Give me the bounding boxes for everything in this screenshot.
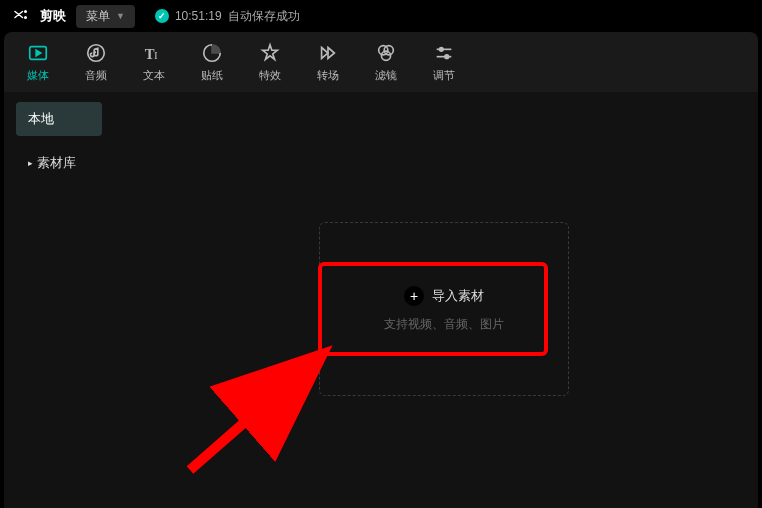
plus-icon: +	[404, 286, 424, 306]
svg-point-12	[445, 55, 449, 59]
sidebar: 本地 ▸ 素材库	[4, 92, 114, 508]
svg-point-1	[24, 16, 27, 19]
audio-icon	[84, 41, 108, 65]
check-icon: ✓	[155, 9, 169, 23]
svg-point-8	[381, 51, 390, 60]
sticker-icon	[200, 41, 224, 65]
sidebar-item-label: 本地	[28, 110, 54, 128]
chevron-down-icon: ▼	[116, 11, 125, 21]
toolbar: 媒体 音频 T I 文本 贴纸	[4, 32, 758, 92]
filter-icon	[374, 41, 398, 65]
tool-filter[interactable]: 滤镜	[366, 41, 406, 83]
import-row: + 导入素材	[404, 286, 484, 306]
sidebar-item-label: 素材库	[37, 154, 76, 172]
tool-label: 滤镜	[375, 68, 397, 83]
app-logo-icon	[12, 7, 30, 25]
import-label: 导入素材	[432, 287, 484, 305]
menu-dropdown[interactable]: 菜单 ▼	[76, 5, 135, 28]
adjust-icon	[432, 41, 456, 65]
import-hint: 支持视频、音频、图片	[384, 316, 504, 333]
tool-label: 媒体	[27, 68, 49, 83]
tool-label: 特效	[259, 68, 281, 83]
caret-right-icon: ▸	[28, 158, 33, 168]
tool-sticker[interactable]: 贴纸	[192, 41, 232, 83]
menu-label: 菜单	[86, 8, 110, 25]
titlebar: 剪映 菜单 ▼ ✓ 10:51:19 自动保存成功	[0, 0, 762, 32]
tool-label: 转场	[317, 68, 339, 83]
status-text: 自动保存成功	[228, 8, 300, 25]
svg-point-10	[439, 48, 443, 52]
tool-effect[interactable]: 特效	[250, 41, 290, 83]
sidebar-item-local[interactable]: 本地	[16, 102, 102, 136]
tool-media[interactable]: 媒体	[18, 41, 58, 83]
tool-adjust[interactable]: 调节	[424, 41, 464, 83]
tool-text[interactable]: T I 文本	[134, 41, 174, 83]
effect-icon	[258, 41, 282, 65]
import-dropzone[interactable]: + 导入素材 支持视频、音频、图片	[319, 222, 569, 396]
tool-label: 音频	[85, 68, 107, 83]
svg-text:I: I	[154, 49, 158, 61]
tool-label: 调节	[433, 68, 455, 83]
svg-point-7	[384, 46, 393, 55]
app-title: 剪映	[40, 7, 66, 25]
tool-label: 贴纸	[201, 68, 223, 83]
sidebar-item-library[interactable]: ▸ 素材库	[16, 146, 102, 180]
main-area: + 导入素材 支持视频、音频、图片	[114, 92, 758, 508]
tool-transition[interactable]: 转场	[308, 41, 348, 83]
transition-icon	[316, 41, 340, 65]
tool-audio[interactable]: 音频	[76, 41, 116, 83]
text-icon: T I	[142, 41, 166, 65]
status-timestamp: 10:51:19	[175, 9, 222, 23]
workspace: 本地 ▸ 素材库 + 导入素材 支持视频、音频、图片	[4, 92, 758, 508]
media-icon	[26, 41, 50, 65]
tool-label: 文本	[143, 68, 165, 83]
status-area: ✓ 10:51:19 自动保存成功	[155, 8, 300, 25]
svg-point-0	[24, 10, 27, 13]
